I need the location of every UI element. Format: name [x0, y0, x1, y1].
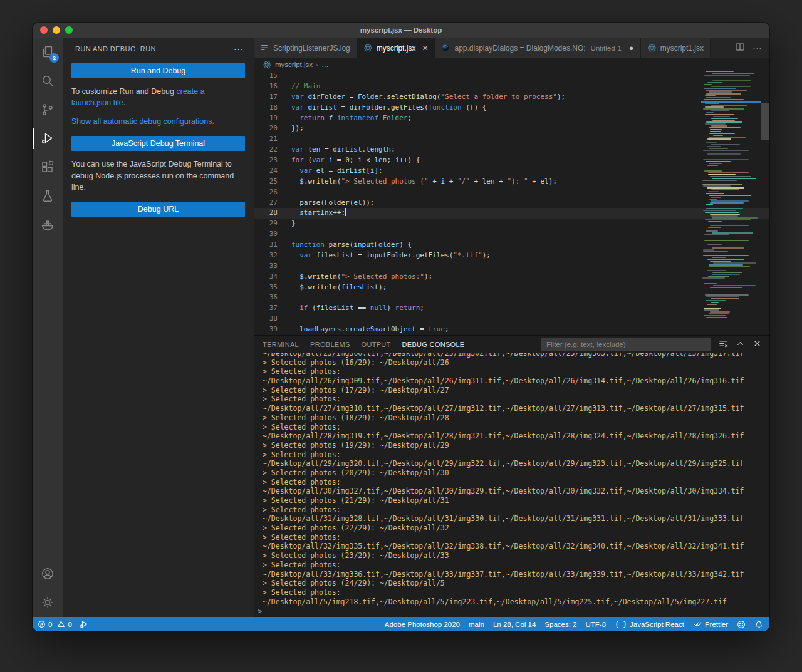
code-line-33[interactable]: 33	[254, 261, 769, 272]
console-line: > Selected photos:	[263, 450, 769, 460]
console-filter-input[interactable]	[541, 338, 711, 351]
tab-label: ScriptingListenerJS.log	[273, 44, 350, 53]
status-item-adobe-photoshop[interactable]: Adobe Photoshop 2020	[385, 621, 460, 628]
code-line-20[interactable]: 20});	[254, 123, 769, 134]
activity-bar-item-settings[interactable]	[33, 588, 63, 617]
activity-bar-item-extensions[interactable]	[33, 153, 63, 182]
code-line-17[interactable]: 17var dirFolder = Folder.selectDialog("S…	[254, 92, 769, 103]
status-item-prettier[interactable]: Prettier	[693, 620, 728, 628]
sidebar-title: RUN AND DEBUG: RUN	[75, 45, 156, 53]
run-and-debug-button[interactable]: Run and Debug	[71, 63, 245, 78]
code-line-39[interactable]: 39 loadLayers.createSmartObject = true;	[254, 324, 769, 335]
minimap[interactable]	[701, 71, 761, 335]
line-number: 30	[254, 229, 291, 240]
js-debug-terminal-button[interactable]: JavaScript Debug Terminal	[71, 136, 245, 151]
panel-tab-output[interactable]: OUTPUT	[362, 336, 391, 353]
editor-tab-app-displaydialogs-dialogmodes[interactable]: app.displayDialogs = DialogModes.NO;Unti…	[435, 38, 640, 58]
activity-bar-item-search[interactable]	[33, 66, 63, 95]
breadcrumb-file[interactable]: myscript.jsx	[275, 61, 313, 68]
code-editor[interactable]: 1516// Main17var dirFolder = Folder.sele…	[254, 71, 769, 335]
status-item-notifications[interactable]	[754, 620, 763, 629]
editor-scrollbar[interactable]	[761, 71, 769, 335]
editor-more-actions-icon[interactable]: ···	[753, 43, 762, 53]
scrollbar-thumb[interactable]	[761, 103, 769, 140]
code-line-38[interactable]: 38	[254, 314, 769, 324]
console-line: ~/Desktop/all/5/img218.tif,~/Desktop/all…	[263, 597, 769, 606]
panel-tab-problems[interactable]: PROBLEMS	[310, 336, 350, 353]
debug-url-button[interactable]: Debug URL	[71, 202, 245, 217]
code-line-23[interactable]: 23for (var i = 0; i < len; i++) {	[254, 155, 769, 166]
code-line-24[interactable]: 24 var el = dirList[i];	[254, 166, 769, 177]
minimize-window-button[interactable]	[53, 26, 60, 34]
code-line-21[interactable]: 21	[254, 134, 769, 145]
unsaved-changes-dot[interactable]: ●	[629, 43, 634, 53]
status-item-encoding[interactable]: UTF-8	[586, 621, 607, 628]
clear-console-icon[interactable]	[719, 339, 728, 351]
code-line-27[interactable]: 27 parse(Folder(el));	[254, 198, 769, 209]
code-line-15[interactable]: 15	[254, 71, 769, 81]
panel-tab-debug-console[interactable]: DEBUG CONSOLE	[402, 336, 465, 353]
code-line-30[interactable]: 30	[254, 229, 769, 240]
maximize-panel-icon[interactable]	[736, 339, 745, 351]
code-line-26[interactable]: 26	[254, 187, 769, 198]
code-line-31[interactable]: 31function parse(inputFolder) {	[254, 240, 769, 251]
activity-bar-item-account[interactable]	[33, 559, 63, 588]
code-text: $.writeln("> Selected photos (" + i + "/…	[291, 177, 557, 187]
line-number: 20	[254, 123, 291, 134]
code-line-19[interactable]: 19 return f instanceof Folder;	[254, 113, 769, 124]
activity-bar-item-source-control[interactable]	[33, 95, 63, 124]
sidebar-more-actions-icon[interactable]: ···	[234, 46, 244, 52]
status-item-indentation[interactable]: Spaces: 2	[544, 621, 576, 628]
bottom-panel: TERMINALPROBLEMSOUTPUTDEBUG CONSOLE	[254, 335, 769, 617]
activity-bar-item-explorer[interactable]: 2	[33, 38, 63, 66]
console-line: > Selected photos (23/29): ~/Desktop/all…	[263, 551, 769, 561]
status-item-cursor-position[interactable]: Ln 28, Col 14	[493, 621, 536, 628]
activity-bar-item-run-and-debug[interactable]	[33, 124, 63, 153]
code-line-28[interactable]: 28 startInx++;	[254, 208, 769, 219]
status-item-feedback[interactable]	[737, 620, 746, 629]
code-line-18[interactable]: 18var dirList = dirFolder.getFiles(funct…	[254, 103, 769, 113]
code-text: parse(Folder(el));	[291, 198, 375, 209]
code-line-37[interactable]: 37 if (filesList == null) return;	[254, 303, 769, 314]
code-line-16[interactable]: 16// Main	[254, 81, 769, 92]
editor-tab-myscript-jsx[interactable]: myscript.jsx✕	[357, 38, 435, 58]
status-item-git-branch[interactable]: main	[469, 621, 484, 628]
code-line-25[interactable]: 25 $.writeln("> Selected photos (" + i +…	[254, 177, 769, 187]
line-number: 17	[254, 92, 291, 103]
line-number: 33	[254, 261, 291, 272]
editor-tab-myscript1-jsx[interactable]: myscript1.jsx	[641, 38, 711, 58]
console-line: ~/Desktop/all/26/img309.tif,~/Desktop/al…	[263, 376, 769, 386]
code-line-34[interactable]: 34 $.writeln("> Selected photos:");	[254, 272, 769, 282]
debug-console-input[interactable]: >	[254, 606, 769, 617]
activity-bar-item-testing[interactable]	[33, 182, 63, 210]
line-number: 31	[254, 240, 291, 251]
panel-tab-terminal[interactable]: TERMINAL	[263, 336, 299, 353]
code-line-29[interactable]: 29}	[254, 219, 769, 229]
zoom-window-button[interactable]	[65, 26, 73, 34]
code-line-35[interactable]: 35 $.writeln(filesList);	[254, 282, 769, 293]
debug-console-output[interactable]: ~/Desktop/all/25/img300.tif,~/Desktop/al…	[254, 353, 769, 606]
close-window-button[interactable]	[40, 26, 48, 34]
close-panel-icon[interactable]	[753, 339, 762, 351]
editor-tab-scriptinglistenerjs-log[interactable]: ScriptingListenerJS.log	[254, 38, 357, 58]
breadcrumb-more[interactable]: …	[321, 61, 329, 68]
console-line: > Selected photos (18/29): ~/Desktop/all…	[263, 413, 769, 423]
line-number: 34	[254, 272, 291, 282]
status-item-language-mode[interactable]: { }JavaScript React	[615, 620, 684, 628]
code-text: // Main	[291, 81, 320, 92]
search-icon	[40, 73, 55, 88]
code-line-36[interactable]: 36	[254, 292, 769, 303]
line-number: 36	[254, 292, 291, 303]
debug-status-icon[interactable]	[80, 619, 89, 629]
split-editor-icon[interactable]	[735, 42, 745, 54]
activity-bar-item-docker[interactable]	[33, 210, 63, 239]
code-line-32[interactable]: 32 var filesList = inputFolder.getFiles(…	[254, 251, 769, 261]
problems-status[interactable]: 0 0	[38, 620, 72, 628]
show-debug-configs-link[interactable]: Show all automatic debug configurations.	[71, 117, 214, 126]
code-line-22[interactable]: 22var len = dirList.length;	[254, 145, 769, 155]
panel-header: TERMINALPROBLEMSOUTPUTDEBUG CONSOLE	[254, 336, 769, 353]
close-tab-icon[interactable]: ✕	[422, 44, 428, 53]
line-number: 25	[254, 177, 291, 187]
breadcrumb[interactable]: myscript.jsx › …	[254, 58, 769, 71]
bell-icon	[754, 620, 763, 629]
